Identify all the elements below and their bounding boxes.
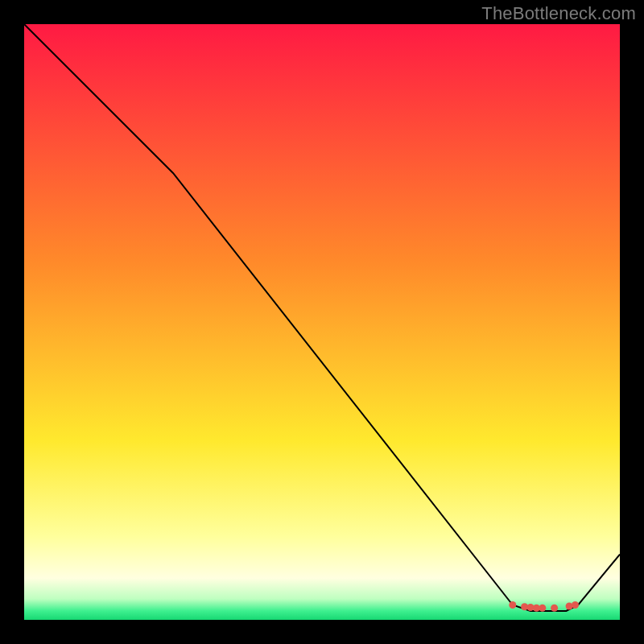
watermark-text: TheBottleneck.com <box>481 3 636 24</box>
marker-point <box>566 602 573 609</box>
chart-frame: { "watermark": "TheBottleneck.com", "cha… <box>0 0 644 644</box>
marker-point <box>539 605 546 612</box>
marker-point <box>551 605 558 612</box>
chart-svg <box>24 24 620 620</box>
marker-point <box>509 601 516 609</box>
marker-point <box>572 601 579 609</box>
